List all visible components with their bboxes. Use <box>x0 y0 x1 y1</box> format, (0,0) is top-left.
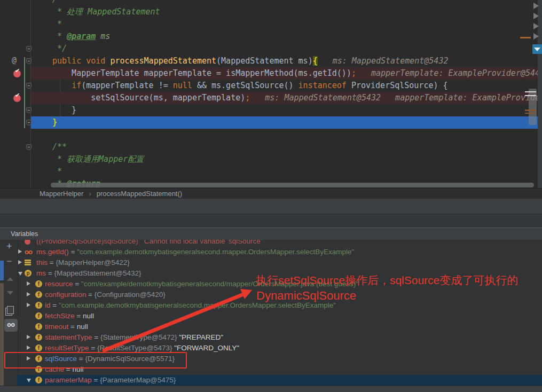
duplicate-icon[interactable] <box>7 306 14 314</box>
code-token: ; <box>351 68 356 78</box>
fold-marker-icon[interactable] <box>26 46 32 52</box>
variable-text: timeout = null <box>45 322 88 332</box>
panel-divider-band <box>0 199 542 214</box>
variable-row[interactable]: ftimeout = null <box>0 322 542 332</box>
equals-sign: = <box>46 269 54 277</box>
collapsed-panel-arrow-icon[interactable] <box>533 13 539 19</box>
chevron-right-icon[interactable] <box>27 303 30 307</box>
variable-text: ms.getId() = "com.example.demotkmybatisg… <box>36 247 354 257</box>
variable-text: ms = {MappedStatement@5432} <box>36 268 141 279</box>
chevron-right-icon[interactable] <box>27 281 30 286</box>
remove-watch-button[interactable]: − <box>6 256 12 267</box>
stripe-mark <box>525 91 536 92</box>
collapsed-panel-arrow-icon[interactable] <box>533 33 539 40</box>
code-token: @param <box>67 32 96 41</box>
variable-value: {Configuration@5420} <box>95 291 166 299</box>
variable-row[interactable]: fstatementType = {StatementType@5472} "P… <box>0 332 542 343</box>
annotation-marker-icon: @ <box>12 56 22 66</box>
variable-name: configuration <box>45 291 86 299</box>
parameter-icon: p <box>25 270 32 277</box>
code-token: instanceof <box>299 81 347 90</box>
field-icon: f <box>35 377 42 383</box>
code-line: } <box>0 104 542 116</box>
chevron-right-icon[interactable] <box>27 335 30 339</box>
annotation-text-line1: 执行setSqlSource操作后，sqlSource变成了可执行的 <box>256 273 518 288</box>
variable-name: this <box>36 258 48 266</box>
code-token: setSqlSource(ms, mapperTemplate) <box>52 93 245 103</box>
breakpoint-icon[interactable]: ✔ <box>13 95 21 102</box>
checkmark-icon: ✔ <box>15 67 20 74</box>
fold-marker-icon[interactable] <box>26 107 32 113</box>
chevron-down-icon[interactable] <box>27 379 31 382</box>
variable-row[interactable]: ffetchSize = null <box>0 311 542 322</box>
variable-row[interactable]: this = {MapperHelper@5422} <box>0 257 542 268</box>
stripe-warning-mark[interactable] <box>520 37 531 38</box>
chevron-right-icon[interactable] <box>18 260 22 264</box>
variable-value: Cannot find local variable 'sqlSource' <box>144 240 262 245</box>
variable-name: ms <box>36 269 46 277</box>
chevron-right-icon[interactable] <box>18 249 22 254</box>
ide-window: /** * 处理 MappedStatement * * @param ms *… <box>0 0 542 392</box>
scrollbar-track[interactable] <box>0 283 4 386</box>
code-token: ProviderSqlSource) { <box>347 81 448 90</box>
equals-sign: = <box>75 312 83 320</box>
variable-row[interactable]: fparameterMap = {ParameterMap@5475} <box>0 375 542 386</box>
variable-text: this = {MapperHelper@5422} <box>36 257 130 268</box>
debugger-inline-hint: ms: MappedStatement@5432 <box>333 56 449 66</box>
code-token: { <box>313 56 318 66</box>
variables-title: Variables <box>11 230 38 238</box>
variable-name: resource <box>45 280 73 288</box>
move-up-icon[interactable] <box>7 277 13 281</box>
code-line: * <box>0 166 542 178</box>
code-token <box>81 56 86 66</box>
code-line: if(mapperTemplate != null && ms.getSqlSo… <box>0 80 542 92</box>
code-token: * <box>52 167 62 176</box>
code-line <box>0 129 542 141</box>
checkmark-icon: ✔ <box>15 92 20 99</box>
editor-vertical-scrollbar[interactable] <box>529 89 537 125</box>
breakpoint-icon[interactable]: ✔ <box>13 70 21 77</box>
code-token: /** <box>52 0 67 4</box>
code-line: * @param ms <box>0 30 542 43</box>
stripe-mark <box>525 113 536 114</box>
code-line: MapperTemplate mapperTemplate = isMapper… <box>0 67 542 80</box>
breadcrumb-item-class[interactable]: MapperHelper <box>40 190 83 198</box>
show-watches-toggle[interactable]: oo <box>4 319 18 332</box>
chevron-down-icon[interactable] <box>18 272 22 276</box>
code-token: && ms.getSqlSource() <box>192 81 299 90</box>
variable-row[interactable]: ooms.getId() = "com.example.demotkmybati… <box>0 247 542 257</box>
variable-value: {MapperHelper@5422} <box>56 258 129 266</box>
field-icon: f <box>35 312 42 319</box>
variable-name: resultSetType <box>45 344 89 352</box>
annotation-text-line2: DynamicSqlSource <box>256 289 356 303</box>
variable-value: {ParameterMap@5475} <box>100 376 176 384</box>
fold-marker-icon[interactable] <box>26 58 32 64</box>
variable-row[interactable]: ((ProviderSqlSource)sqlSource) Cannot fi… <box>0 240 542 247</box>
fold-marker-icon[interactable] <box>26 83 32 89</box>
panel-divider-band <box>0 214 542 228</box>
fold-marker-icon[interactable] <box>26 144 32 150</box>
code-line: /** <box>0 141 542 153</box>
add-watch-button[interactable]: + <box>6 241 12 252</box>
chevron-right-icon[interactable] <box>27 346 30 350</box>
code-token: } <box>52 117 57 127</box>
equals-sign: = <box>89 344 97 352</box>
variable-name: timeout <box>45 323 68 331</box>
code-line: * 处理 MappedStatement <box>0 6 542 18</box>
breadcrumb-item-method[interactable]: processMappedStatement() <box>97 190 182 198</box>
annotation-highlight-box <box>4 352 187 369</box>
chevron-right-icon[interactable] <box>27 292 30 296</box>
breadcrumb: MapperHelper›processMappedStatement() <box>0 188 542 199</box>
collapsed-panel-arrow-icon[interactable] <box>533 23 539 29</box>
code-line: setSqlSource(ms, mapperTemplate);ms: Map… <box>0 92 542 104</box>
collapsed-panel-arrow-icon[interactable] <box>533 3 539 9</box>
editor-horizontal-scrollbar[interactable] <box>51 183 534 187</box>
field-icon: f <box>35 344 42 351</box>
scroll-down-button[interactable] <box>532 44 542 54</box>
variable-value: null <box>77 323 88 331</box>
fold-marker-icon[interactable] <box>26 120 32 126</box>
variable-value: {MappedStatement@5432} <box>54 269 141 277</box>
variable-value: "FORWARD_ONLY" <box>174 344 239 352</box>
field-icon: f <box>35 334 42 341</box>
move-down-icon[interactable] <box>7 291 13 295</box>
